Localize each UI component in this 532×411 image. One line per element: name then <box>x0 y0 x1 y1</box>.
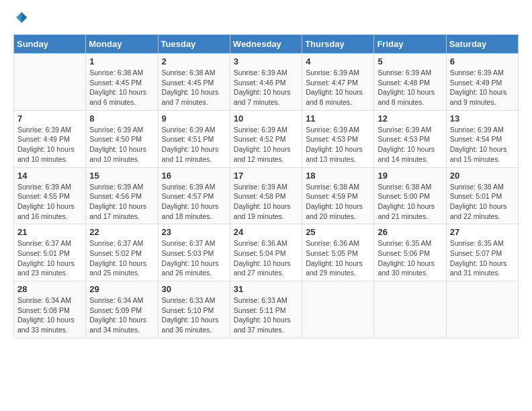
calendar-table: SundayMondayTuesdayWednesdayThursdayFrid… <box>13 34 519 338</box>
header-cell-friday: Friday <box>374 35 446 54</box>
header-cell-wednesday: Wednesday <box>230 35 302 54</box>
day-number: 23 <box>162 227 226 237</box>
day-cell: 9Sunrise: 6:39 AM Sunset: 4:51 PM Daylig… <box>158 110 230 167</box>
day-cell: 3Sunrise: 6:39 AM Sunset: 4:46 PM Daylig… <box>230 54 302 111</box>
day-cell: 13Sunrise: 6:39 AM Sunset: 4:54 PM Dayli… <box>446 110 518 167</box>
day-number: 20 <box>450 171 515 181</box>
header-cell-thursday: Thursday <box>302 35 374 54</box>
day-number: 25 <box>306 227 370 237</box>
day-cell: 16Sunrise: 6:39 AM Sunset: 4:57 PM Dayli… <box>158 167 230 224</box>
day-number: 4 <box>306 56 370 66</box>
day-info: Sunrise: 6:39 AM Sunset: 4:49 PM Dayligh… <box>450 68 515 107</box>
day-cell <box>374 281 446 338</box>
day-cell: 1Sunrise: 6:38 AM Sunset: 4:45 PM Daylig… <box>86 54 158 111</box>
day-cell: 12Sunrise: 6:39 AM Sunset: 4:53 PM Dayli… <box>374 110 446 167</box>
day-info: Sunrise: 6:38 AM Sunset: 4:59 PM Dayligh… <box>306 182 370 222</box>
day-info: Sunrise: 6:37 AM Sunset: 5:02 PM Dayligh… <box>89 238 154 278</box>
day-number: 31 <box>234 284 298 294</box>
day-cell: 17Sunrise: 6:39 AM Sunset: 4:58 PM Dayli… <box>230 167 302 224</box>
day-info: Sunrise: 6:38 AM Sunset: 5:00 PM Dayligh… <box>378 182 442 222</box>
day-info: Sunrise: 6:36 AM Sunset: 5:04 PM Dayligh… <box>234 238 298 278</box>
day-cell: 21Sunrise: 6:37 AM Sunset: 5:01 PM Dayli… <box>14 224 86 281</box>
header-cell-monday: Monday <box>86 35 158 54</box>
day-cell: 23Sunrise: 6:37 AM Sunset: 5:03 PM Dayli… <box>158 224 230 281</box>
day-info: Sunrise: 6:33 AM Sunset: 5:11 PM Dayligh… <box>234 295 298 335</box>
day-cell: 31Sunrise: 6:33 AM Sunset: 5:11 PM Dayli… <box>230 281 302 338</box>
day-info: Sunrise: 6:39 AM Sunset: 4:52 PM Dayligh… <box>234 125 298 165</box>
day-info: Sunrise: 6:37 AM Sunset: 5:03 PM Dayligh… <box>162 238 226 278</box>
day-info: Sunrise: 6:35 AM Sunset: 5:07 PM Dayligh… <box>450 238 515 278</box>
day-info: Sunrise: 6:34 AM Sunset: 5:08 PM Dayligh… <box>17 295 82 335</box>
day-number: 24 <box>234 227 298 237</box>
week-row-4: 21Sunrise: 6:37 AM Sunset: 5:01 PM Dayli… <box>14 224 519 281</box>
day-cell: 18Sunrise: 6:38 AM Sunset: 4:59 PM Dayli… <box>302 167 374 224</box>
day-info: Sunrise: 6:39 AM Sunset: 4:47 PM Dayligh… <box>306 68 370 107</box>
header-row: SundayMondayTuesdayWednesdayThursdayFrid… <box>14 35 519 54</box>
day-number: 15 <box>89 171 154 181</box>
day-number: 13 <box>450 113 515 124</box>
day-info: Sunrise: 6:39 AM Sunset: 4:58 PM Dayligh… <box>234 182 298 222</box>
day-number: 1 <box>89 56 154 66</box>
day-number: 22 <box>89 227 154 237</box>
day-number: 28 <box>17 284 82 294</box>
day-info: Sunrise: 6:39 AM Sunset: 4:46 PM Dayligh… <box>234 68 298 107</box>
day-cell: 14Sunrise: 6:39 AM Sunset: 4:55 PM Dayli… <box>14 167 86 224</box>
day-cell: 27Sunrise: 6:35 AM Sunset: 5:07 PM Dayli… <box>446 224 518 281</box>
day-cell <box>302 281 374 338</box>
header-cell-tuesday: Tuesday <box>158 35 230 54</box>
day-cell: 4Sunrise: 6:39 AM Sunset: 4:47 PM Daylig… <box>302 54 374 111</box>
logo-text <box>13 11 28 28</box>
day-number: 5 <box>378 56 442 66</box>
day-cell: 6Sunrise: 6:39 AM Sunset: 4:49 PM Daylig… <box>446 54 518 111</box>
day-info: Sunrise: 6:36 AM Sunset: 5:05 PM Dayligh… <box>306 238 370 278</box>
header-cell-saturday: Saturday <box>446 35 518 54</box>
day-info: Sunrise: 6:39 AM Sunset: 4:57 PM Dayligh… <box>162 182 226 222</box>
day-cell: 15Sunrise: 6:39 AM Sunset: 4:56 PM Dayli… <box>86 167 158 224</box>
day-number: 10 <box>234 113 298 124</box>
day-info: Sunrise: 6:34 AM Sunset: 5:09 PM Dayligh… <box>89 295 154 335</box>
day-info: Sunrise: 6:33 AM Sunset: 5:10 PM Dayligh… <box>162 295 226 335</box>
day-info: Sunrise: 6:39 AM Sunset: 4:53 PM Dayligh… <box>378 125 442 165</box>
week-row-3: 14Sunrise: 6:39 AM Sunset: 4:55 PM Dayli… <box>14 167 519 224</box>
day-cell: 8Sunrise: 6:39 AM Sunset: 4:50 PM Daylig… <box>86 110 158 167</box>
day-cell: 5Sunrise: 6:39 AM Sunset: 4:48 PM Daylig… <box>374 54 446 111</box>
day-info: Sunrise: 6:38 AM Sunset: 5:01 PM Dayligh… <box>450 182 515 222</box>
logo-icon <box>15 11 28 24</box>
day-cell: 19Sunrise: 6:38 AM Sunset: 5:00 PM Dayli… <box>374 167 446 224</box>
day-cell: 26Sunrise: 6:35 AM Sunset: 5:06 PM Dayli… <box>374 224 446 281</box>
day-cell <box>14 54 86 111</box>
day-number: 27 <box>450 227 515 237</box>
day-info: Sunrise: 6:39 AM Sunset: 4:49 PM Dayligh… <box>17 125 82 165</box>
day-cell: 2Sunrise: 6:38 AM Sunset: 4:45 PM Daylig… <box>158 54 230 111</box>
day-number: 26 <box>378 227 442 237</box>
svg-marker-1 <box>21 12 27 23</box>
week-row-2: 7Sunrise: 6:39 AM Sunset: 4:49 PM Daylig… <box>14 110 519 167</box>
day-cell: 22Sunrise: 6:37 AM Sunset: 5:02 PM Dayli… <box>86 224 158 281</box>
day-number: 6 <box>450 56 515 66</box>
day-cell: 30Sunrise: 6:33 AM Sunset: 5:10 PM Dayli… <box>158 281 230 338</box>
day-number: 3 <box>234 56 298 66</box>
day-cell: 24Sunrise: 6:36 AM Sunset: 5:04 PM Dayli… <box>230 224 302 281</box>
day-cell: 10Sunrise: 6:39 AM Sunset: 4:52 PM Dayli… <box>230 110 302 167</box>
day-info: Sunrise: 6:39 AM Sunset: 4:50 PM Dayligh… <box>89 125 154 165</box>
day-number: 18 <box>306 171 370 181</box>
logo <box>13 11 28 28</box>
day-info: Sunrise: 6:39 AM Sunset: 4:54 PM Dayligh… <box>450 125 515 165</box>
day-cell: 28Sunrise: 6:34 AM Sunset: 5:08 PM Dayli… <box>14 281 86 338</box>
day-cell: 25Sunrise: 6:36 AM Sunset: 5:05 PM Dayli… <box>302 224 374 281</box>
day-info: Sunrise: 6:39 AM Sunset: 4:55 PM Dayligh… <box>17 182 82 222</box>
day-number: 8 <box>89 113 154 124</box>
day-info: Sunrise: 6:39 AM Sunset: 4:48 PM Dayligh… <box>378 68 442 107</box>
day-info: Sunrise: 6:38 AM Sunset: 4:45 PM Dayligh… <box>162 68 226 107</box>
week-row-1: 1Sunrise: 6:38 AM Sunset: 4:45 PM Daylig… <box>14 54 519 111</box>
day-number: 29 <box>89 284 154 294</box>
day-info: Sunrise: 6:37 AM Sunset: 5:01 PM Dayligh… <box>17 238 82 278</box>
day-number: 14 <box>17 171 82 181</box>
day-info: Sunrise: 6:39 AM Sunset: 4:53 PM Dayligh… <box>306 125 370 165</box>
day-number: 7 <box>17 113 82 124</box>
day-number: 12 <box>378 113 442 124</box>
day-number: 30 <box>162 284 226 294</box>
day-number: 2 <box>162 56 226 66</box>
day-info: Sunrise: 6:38 AM Sunset: 4:45 PM Dayligh… <box>89 68 154 107</box>
day-cell: 20Sunrise: 6:38 AM Sunset: 5:01 PM Dayli… <box>446 167 518 224</box>
